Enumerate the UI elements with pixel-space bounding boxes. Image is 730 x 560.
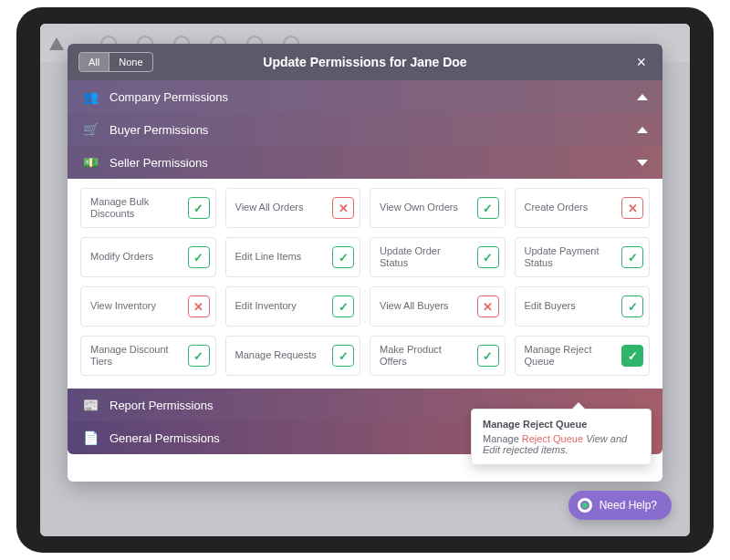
permission-label: Edit Line Items: [235, 251, 333, 263]
permission-label: Edit Buyers: [525, 300, 622, 312]
tablet-frame: Keala Ferreira Admin All None Update Per…: [16, 7, 714, 553]
permission-item: Update Payment Status✓: [515, 237, 651, 277]
permission-item: Create Orders✕: [515, 188, 651, 228]
permission-toggle-on[interactable]: ✓: [332, 296, 354, 317]
permission-item: Update Order Status✓: [370, 237, 506, 277]
permission-toggle-off[interactable]: ✕: [477, 296, 499, 317]
permission-toggle-on[interactable]: ✓: [332, 345, 354, 367]
permission-item: Manage Requests✓: [225, 336, 361, 376]
cart-icon: 🛒: [82, 122, 99, 137]
permission-toggle-on[interactable]: ✓: [477, 345, 499, 367]
permission-label: Update Order Status: [380, 245, 477, 269]
permission-toggle-on[interactable]: ✓: [332, 246, 354, 268]
permission-label: View Own Orders: [380, 202, 477, 213]
report-icon: 📰: [82, 398, 99, 412]
select-all-button[interactable]: All: [79, 53, 109, 71]
permission-item: Edit Buyers✓: [515, 286, 651, 327]
permission-label: Manage Requests: [235, 349, 333, 361]
section-label: General Permissions: [110, 431, 220, 445]
section-label: Buyer Permissions: [110, 123, 208, 137]
tooltip-title: Manage Reject Queue: [483, 419, 640, 430]
permission-label: Make Product Offers: [380, 344, 477, 368]
buyer-permissions-header[interactable]: 🛒 Buyer Permissions: [68, 113, 662, 146]
permission-label: Manage Discount Tiers: [90, 344, 188, 368]
chevron-up-icon: [637, 127, 648, 133]
permission-label: View All Orders: [235, 202, 333, 213]
permission-item: Manage Bulk Discounts✓: [80, 188, 216, 228]
permission-item: Modify Orders✓: [80, 237, 216, 277]
permission-label: View Inventory: [90, 300, 188, 312]
users-icon: 👥: [82, 89, 99, 104]
document-icon: 📄: [82, 430, 99, 445]
need-help-label: Need Help?: [600, 499, 657, 512]
permission-item: View Own Orders✓: [370, 188, 506, 228]
section-label: Company Permissions: [110, 90, 228, 104]
permission-toggle-on[interactable]: ✓: [188, 197, 210, 219]
permission-item: Make Product Offers✓: [370, 336, 506, 376]
need-help-button[interactable]: Need Help?: [568, 491, 672, 520]
permission-toggle-on[interactable]: ✓: [477, 197, 499, 219]
close-button[interactable]: ×: [631, 50, 652, 74]
permission-label: Manage Reject Queue: [525, 344, 622, 368]
close-icon: ×: [636, 53, 646, 71]
section-label: Report Permissions: [110, 399, 213, 412]
company-permissions-header[interactable]: 👥 Company Permissions: [68, 80, 662, 113]
permission-label: Update Payment Status: [525, 245, 622, 269]
permission-toggle-off[interactable]: ✕: [332, 197, 354, 219]
seller-permissions-header[interactable]: 💵 Seller Permissions: [68, 146, 662, 179]
permission-item: Edit Line Items✓: [225, 237, 361, 277]
permissions-modal: All None Update Permissions for Jane Doe…: [68, 44, 662, 482]
seller-permissions-grid: Manage Bulk Discounts✓View All Orders✕Vi…: [68, 179, 662, 389]
permission-toggle-on[interactable]: ✓: [621, 296, 643, 317]
permission-toggle-on[interactable]: ✓: [621, 246, 643, 268]
permission-item: View Inventory✕: [80, 286, 216, 327]
permission-item: Manage Reject Queue✓: [515, 336, 651, 376]
permission-label: Create Orders: [525, 202, 622, 213]
modal-title: Update Permissions for Jane Doe: [68, 55, 662, 69]
modal-header: All None Update Permissions for Jane Doe…: [68, 44, 662, 80]
chevron-up-icon: [637, 94, 648, 100]
permission-item: Manage Discount Tiers✓: [80, 336, 216, 376]
permission-item: Edit Inventory✓: [225, 286, 361, 327]
permission-item: View All Orders✕: [225, 188, 361, 228]
section-label: Seller Permissions: [110, 156, 208, 170]
permission-toggle-off[interactable]: ✕: [621, 197, 643, 219]
permission-toggle-on[interactable]: ✓: [621, 345, 643, 367]
permission-toggle-off[interactable]: ✕: [188, 296, 210, 317]
permission-label: Modify Orders: [90, 251, 188, 263]
permission-label: Edit Inventory: [235, 300, 333, 312]
permission-item: View All Buyers✕: [370, 286, 506, 327]
screen: Keala Ferreira Admin All None Update Per…: [40, 24, 690, 536]
select-all-none-toggle: All None: [78, 52, 153, 72]
status-dot-icon: [578, 498, 592, 513]
permission-toggle-on[interactable]: ✓: [477, 246, 499, 268]
money-icon: 💵: [82, 155, 99, 170]
permission-label: Manage Bulk Discounts: [90, 196, 188, 220]
permission-toggle-on[interactable]: ✓: [188, 345, 210, 367]
tooltip-body: Manage Reject Queue View and Edit reject…: [483, 433, 640, 455]
select-none-button[interactable]: None: [109, 53, 151, 71]
permission-toggle-on[interactable]: ✓: [188, 246, 210, 268]
tooltip-highlight: Reject Queue: [522, 433, 583, 444]
permission-label: View All Buyers: [380, 300, 477, 312]
permission-tooltip: Manage Reject Queue Manage Reject Queue …: [471, 409, 652, 465]
chevron-down-icon: [637, 160, 648, 166]
